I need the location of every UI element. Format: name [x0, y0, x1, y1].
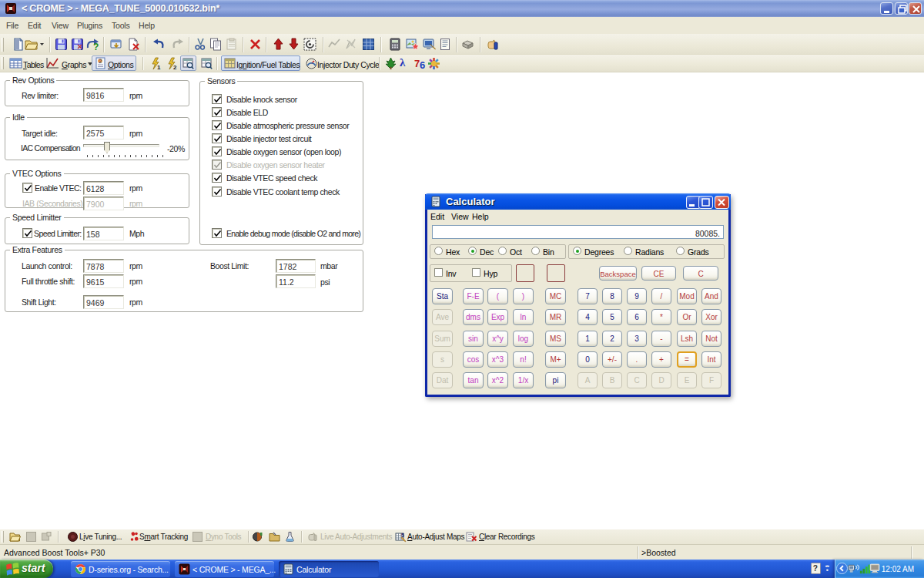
svg-text:2: 2: [173, 64, 177, 70]
svg-text:5: 5: [401, 533, 404, 538]
svg-text:2: 2: [99, 59, 102, 64]
svg-text:?: ?: [93, 42, 99, 51]
svg-text:6: 6: [420, 59, 425, 70]
svg-text:1: 1: [157, 64, 161, 70]
svg-text:?: ?: [813, 564, 818, 573]
